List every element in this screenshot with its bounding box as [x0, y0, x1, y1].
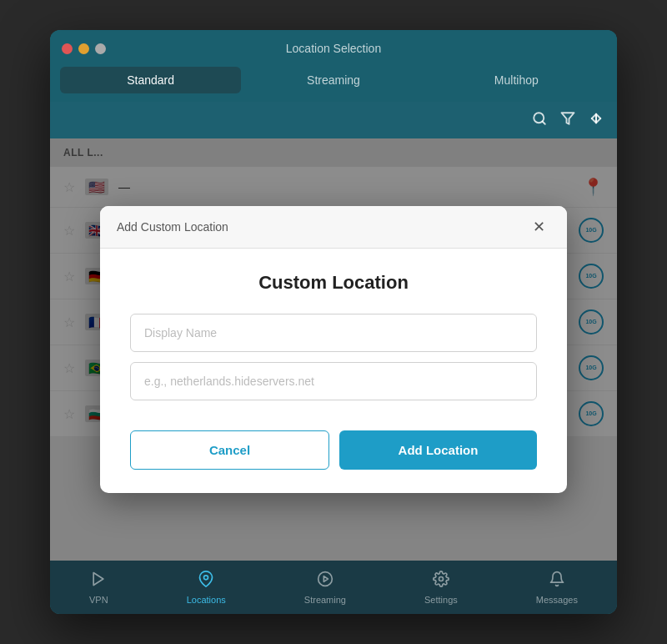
custom-location-modal: Add Custom Location ✕ Custom Location Ca…: [100, 206, 567, 493]
nav-item-vpn[interactable]: VPN: [89, 571, 108, 605]
tab-streaming[interactable]: Streaming: [243, 67, 424, 93]
nav-label-locations: Locations: [187, 595, 226, 605]
vpn-icon: [90, 571, 107, 591]
tab-bar: Standard Streaming Multihop: [50, 67, 617, 102]
settings-icon: [433, 571, 449, 591]
tab-multihop[interactable]: Multihop: [426, 67, 607, 93]
tab-standard[interactable]: Standard: [60, 67, 241, 93]
cancel-button[interactable]: Cancel: [130, 430, 329, 470]
modal-overlay: Add Custom Location ✕ Custom Location Ca…: [50, 138, 617, 561]
svg-marker-8: [323, 576, 328, 581]
window-controls: [62, 43, 106, 54]
modal-title: Custom Location: [258, 272, 409, 294]
display-name-input[interactable]: [130, 314, 537, 352]
svg-point-7: [318, 571, 333, 586]
titlebar: Location Selection: [50, 30, 617, 67]
nav-label-messages: Messages: [536, 595, 578, 605]
svg-point-9: [439, 576, 443, 581]
nav-label-settings: Settings: [424, 595, 458, 605]
modal-close-button[interactable]: ✕: [528, 218, 550, 236]
toolbar: [50, 102, 617, 138]
minimize-dot[interactable]: [78, 43, 89, 54]
modal-body: Custom Location: [100, 249, 567, 430]
messages-icon: [549, 571, 565, 591]
add-location-button[interactable]: Add Location: [339, 430, 537, 470]
nav-item-streaming[interactable]: Streaming: [304, 571, 346, 605]
nav-item-locations[interactable]: Locations: [187, 571, 226, 605]
nav-label-streaming: Streaming: [304, 595, 346, 605]
search-icon[interactable]: [532, 111, 547, 130]
svg-marker-2: [562, 113, 574, 124]
modal-header-title: Add Custom Location: [117, 220, 228, 234]
svg-marker-5: [93, 572, 103, 585]
maximize-dot[interactable]: [95, 43, 106, 54]
nav-item-settings[interactable]: Settings: [424, 571, 458, 605]
content-area: ALL L... ☆ 🇺🇸 — 📍 ☆ 🇬🇧 — 10G ☆ 🇩🇪 — 10G …: [50, 138, 617, 561]
main-window: Location Selection Standard Streaming Mu…: [50, 30, 617, 614]
filter-icon[interactable]: [560, 111, 575, 130]
streaming-icon: [317, 571, 334, 591]
sort-icon[interactable]: [589, 111, 604, 130]
nav-item-messages[interactable]: Messages: [536, 571, 578, 605]
server-address-input[interactable]: [130, 362, 537, 400]
nav-label-vpn: VPN: [89, 595, 108, 605]
bottom-nav: VPN Locations Streaming: [50, 561, 617, 614]
svg-line-1: [542, 121, 544, 123]
svg-point-6: [204, 575, 208, 579]
window-title: Location Selection: [286, 42, 381, 55]
modal-header: Add Custom Location ✕: [100, 206, 567, 249]
modal-actions: Cancel Add Location: [100, 430, 567, 493]
locations-icon: [198, 571, 214, 591]
close-dot[interactable]: [62, 43, 73, 54]
